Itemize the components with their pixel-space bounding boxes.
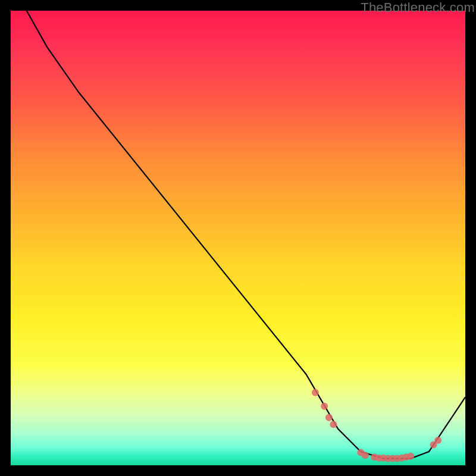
data-point [403,453,410,461]
data-point [384,455,392,462]
data-point [375,455,383,462]
watermark-text: TheBottleneck.com [361,0,475,15]
data-point [430,441,437,449]
data-point [325,414,333,421]
data-point [371,453,378,461]
curve-line [27,11,465,459]
chart-container: TheBottleneck.com [0,0,476,476]
scatter-dots [312,389,441,462]
data-point [380,455,387,462]
data-point [357,449,364,456]
data-point [434,437,441,444]
plot-area [11,11,465,465]
data-point [362,452,369,459]
data-point [407,453,414,460]
data-point [312,389,319,396]
data-point [393,455,400,462]
data-point [398,455,405,462]
data-point [330,421,337,428]
data-point [389,455,396,462]
data-point [321,403,328,410]
chart-svg [11,11,465,465]
